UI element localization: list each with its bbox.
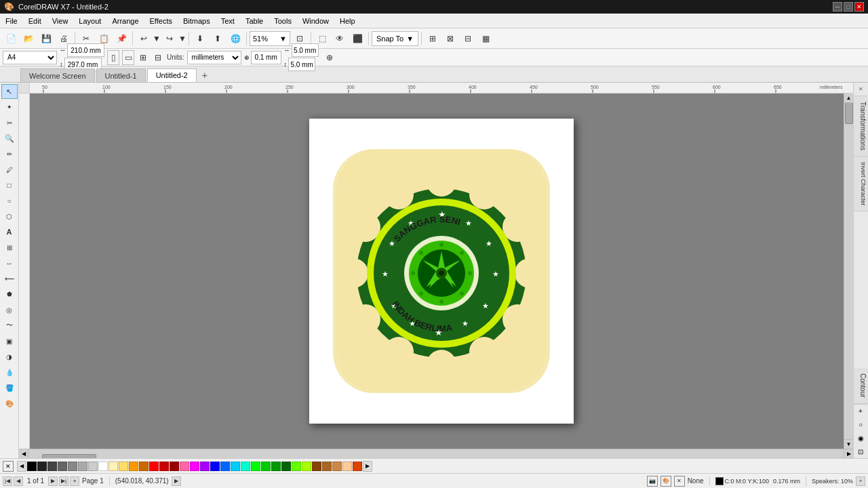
vertical-scrollbar[interactable]	[844, 94, 853, 449]
blend-tool[interactable]: ⬟	[1, 287, 18, 302]
contour-tool[interactable]: ◎	[1, 302, 18, 317]
more-settings-btn[interactable]: ⊕	[321, 49, 338, 66]
menu-view[interactable]: View	[47, 14, 74, 28]
tb-btn-4[interactable]: ⊞	[425, 30, 441, 47]
transparency-tool[interactable]: ◑	[1, 349, 18, 364]
menu-text[interactable]: Text	[216, 14, 240, 28]
menu-window[interactable]: Window	[297, 14, 334, 28]
color-swatch-10[interactable]	[139, 462, 149, 471]
menu-layout[interactable]: Layout	[73, 14, 106, 28]
color-swatch-green4[interactable]	[281, 462, 291, 471]
page-next-button[interactable]: ▶	[48, 476, 58, 486]
export-web-button[interactable]: 🌐	[227, 30, 243, 47]
text-tool[interactable]: A	[1, 224, 18, 239]
polygon-tool[interactable]: ⬡	[1, 209, 18, 224]
coords-button[interactable]: ▶	[172, 476, 181, 486]
invert-char-panel[interactable]: Invert Character	[854, 157, 868, 212]
landscape-btn[interactable]: ▭	[122, 50, 134, 65]
tab-welcome[interactable]: Welcome Screen	[20, 68, 95, 82]
color-swatch-6[interactable]	[88, 462, 98, 471]
color-swatch-11[interactable]	[190, 462, 199, 471]
portrait-btn[interactable]: ▯	[107, 50, 119, 65]
dupe-y-input[interactable]	[288, 58, 315, 71]
color-swatch-2[interactable]	[47, 462, 57, 471]
color-swatch-green2[interactable]	[261, 462, 271, 471]
menu-bitmaps[interactable]: Bitmaps	[178, 14, 216, 28]
page-settings-btn[interactable]: ⊞	[137, 49, 149, 66]
minimize-button[interactable]: ─	[833, 2, 842, 12]
scroll-right-button[interactable]: ▶	[844, 449, 853, 459]
tb-btn-2[interactable]: 👁	[332, 30, 348, 47]
export-button[interactable]: ⬆	[210, 30, 226, 47]
tab-add-button[interactable]: +	[198, 68, 212, 82]
rp-icon-3[interactable]: ◉	[854, 431, 867, 445]
page-first-button[interactable]: |◀	[3, 476, 12, 486]
bleed-btn[interactable]: ⊟	[152, 49, 164, 66]
color-swatch-brown3[interactable]	[332, 462, 342, 471]
palette-scroll-left[interactable]: ◀	[17, 461, 26, 472]
menu-edit[interactable]: Edit	[23, 14, 47, 28]
color-swatch-blue1[interactable]	[210, 462, 220, 471]
color-swatch-cyan[interactable]	[231, 462, 240, 471]
page-size-select[interactable]: A4	[3, 51, 57, 64]
shadow-tool[interactable]: ▣	[1, 333, 18, 348]
color-mode-btn[interactable]: 🎨	[660, 476, 671, 487]
maximize-button[interactable]: □	[844, 2, 853, 12]
paste-button[interactable]: 📌	[113, 30, 130, 47]
undo-dropdown[interactable]: ▼	[153, 30, 160, 47]
rp-icon-4[interactable]: ⊡	[854, 445, 867, 458]
menu-help[interactable]: Help	[334, 14, 361, 28]
color-swatch-brown1[interactable]	[312, 462, 321, 471]
tb-btn-7[interactable]: ▦	[477, 30, 494, 47]
import-button[interactable]: ⬇	[192, 30, 208, 47]
page-width-input[interactable]	[67, 43, 104, 57]
fill-tool[interactable]: 🪣	[1, 380, 18, 395]
rect-tool[interactable]: □	[1, 178, 18, 192]
horizontal-scrollbar-thumb[interactable]	[42, 454, 96, 459]
menu-file[interactable]: File	[0, 14, 23, 28]
select-tool[interactable]: ↖	[1, 84, 18, 99]
tb-btn-5[interactable]: ⊠	[442, 30, 458, 47]
scroll-down-button[interactable]: ▼	[844, 439, 853, 449]
zoom-tool[interactable]: 🔍	[1, 131, 18, 146]
menu-effects[interactable]: Effects	[144, 14, 178, 28]
redo-button[interactable]: ↪	[161, 30, 178, 47]
color-swatch-red2[interactable]	[159, 462, 169, 471]
page-name-tab[interactable]: Page 1	[82, 477, 104, 485]
rp-zoom-in[interactable]: +	[854, 404, 867, 418]
color-swatch-13[interactable]	[353, 462, 362, 471]
drawing-canvas[interactable]: ★ ★ ★ ★ ★ ★ ★ ★ ★ ★ ★ ★	[30, 94, 853, 449]
scroll-left-button[interactable]: ◀	[19, 449, 28, 459]
color-swatch-green1[interactable]	[251, 462, 260, 471]
scroll-up-button[interactable]: ▲	[844, 94, 853, 103]
units-select[interactable]: millimeters	[187, 51, 241, 64]
color-swatch-green5[interactable]	[292, 462, 301, 471]
color-swatch-green3[interactable]	[271, 462, 281, 471]
ellipse-tool[interactable]: ○	[1, 193, 18, 208]
color-swatch-green6[interactable]	[302, 462, 311, 471]
zoom-plus-button[interactable]: +	[856, 476, 865, 486]
outline-mode-btn[interactable]: ✕	[674, 476, 685, 487]
open-button[interactable]: 📂	[20, 30, 37, 47]
close-button[interactable]: ✕	[854, 2, 864, 12]
color-swatch-teal[interactable]	[241, 462, 250, 471]
new-button[interactable]: 📄	[3, 30, 19, 47]
color-swatch-red1[interactable]	[149, 462, 159, 471]
color-swatch-1[interactable]	[37, 462, 47, 471]
distort-tool[interactable]: 〜	[1, 318, 18, 333]
snap-dropdown[interactable]: Snap To ▼	[372, 31, 418, 46]
table-tool[interactable]: ⊞	[1, 240, 18, 255]
rp-icon-2[interactable]: ○	[854, 418, 867, 431]
redo-dropdown[interactable]: ▼	[179, 30, 186, 47]
color-swatch-3[interactable]	[58, 462, 67, 471]
shape-tool[interactable]: ✦	[1, 100, 18, 115]
freehand-tool[interactable]: ✏	[1, 146, 18, 161]
tab-untitled2[interactable]: Untitled-2	[147, 68, 197, 82]
color-swatch-5[interactable]	[78, 462, 87, 471]
tab-untitled1[interactable]: Untitled-1	[96, 68, 146, 82]
zoom-dropdown-icon[interactable]: ▼	[279, 35, 287, 43]
dupe-x-input[interactable]	[292, 43, 319, 57]
horizontal-scrollbar[interactable]: ◀ ▶	[19, 449, 853, 458]
palette-scroll-right[interactable]: ▶	[363, 461, 372, 472]
connector-tool[interactable]: ⟵	[1, 271, 18, 286]
